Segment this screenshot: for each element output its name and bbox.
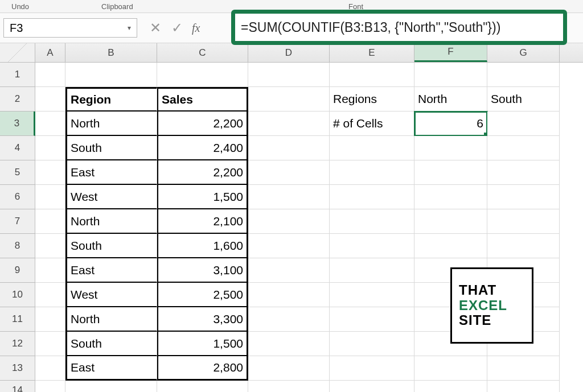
cell-F4[interactable] <box>414 136 487 160</box>
cell-B10[interactable]: West <box>65 283 157 307</box>
cell-A3[interactable] <box>35 112 65 136</box>
cell-F11[interactable] <box>414 307 487 332</box>
cell-E9[interactable] <box>330 258 414 283</box>
cell-A5[interactable] <box>35 160 65 185</box>
cell-A9[interactable] <box>35 258 65 283</box>
cell-F2[interactable]: North <box>414 87 487 112</box>
cell-B14[interactable] <box>65 381 157 392</box>
cell-F8[interactable] <box>414 234 487 258</box>
cell-D2[interactable] <box>248 87 330 112</box>
cell-E1[interactable] <box>330 63 414 87</box>
cell-B3[interactable]: North <box>65 112 157 136</box>
cell-A2[interactable] <box>35 87 65 112</box>
cell-D11[interactable] <box>248 307 330 332</box>
chevron-down-icon[interactable]: ▾ <box>128 24 131 32</box>
row-header-12[interactable]: 12 <box>0 332 35 356</box>
cell-D7[interactable] <box>248 209 330 234</box>
row-header-2[interactable]: 2 <box>0 87 35 112</box>
column-header-B[interactable]: B <box>65 43 157 62</box>
cell-D3[interactable] <box>248 112 330 136</box>
cell-B6[interactable]: West <box>65 185 157 209</box>
cell-D1[interactable] <box>248 63 330 87</box>
cell-C1[interactable] <box>157 63 248 87</box>
cell-G2[interactable]: South <box>487 87 560 112</box>
cell-C7[interactable]: 2,100 <box>157 209 248 234</box>
cancel-icon[interactable]: ✕ <box>150 20 161 36</box>
cell-F3[interactable]: 6 <box>414 112 487 136</box>
cell-A8[interactable] <box>35 234 65 258</box>
cell-A12[interactable] <box>35 332 65 356</box>
cell-A6[interactable] <box>35 185 65 209</box>
name-box[interactable]: F3 ▾ <box>3 18 137 38</box>
cell-E10[interactable] <box>330 283 414 307</box>
cell-E12[interactable] <box>330 332 414 356</box>
cell-G12[interactable] <box>487 332 560 356</box>
cell-D5[interactable] <box>248 160 330 185</box>
row-header-14[interactable]: 14 <box>0 381 35 392</box>
row-header-7[interactable]: 7 <box>0 209 35 234</box>
cell-C13[interactable]: 2,800 <box>157 356 248 381</box>
cell-G13[interactable] <box>487 356 560 381</box>
cell-G8[interactable] <box>487 234 560 258</box>
cell-D14[interactable] <box>248 381 330 392</box>
column-header-G[interactable]: G <box>487 43 560 62</box>
cell-F12[interactable] <box>414 332 487 356</box>
cell-D10[interactable] <box>248 283 330 307</box>
cell-E6[interactable] <box>330 185 414 209</box>
cell-A7[interactable] <box>35 209 65 234</box>
row-header-10[interactable]: 10 <box>0 283 35 307</box>
cell-G11[interactable] <box>487 307 560 332</box>
cell-D8[interactable] <box>248 234 330 258</box>
cell-A14[interactable] <box>35 381 65 392</box>
cell-B13[interactable]: East <box>65 356 157 381</box>
cell-E13[interactable] <box>330 356 414 381</box>
cell-A10[interactable] <box>35 283 65 307</box>
cell-E2[interactable]: Regions <box>330 87 414 112</box>
row-header-13[interactable]: 13 <box>0 356 35 381</box>
cell-F9[interactable] <box>414 258 487 283</box>
cell-A13[interactable] <box>35 356 65 381</box>
enter-icon[interactable]: ✓ <box>171 20 183 36</box>
cell-E4[interactable] <box>330 136 414 160</box>
cell-F5[interactable] <box>414 160 487 185</box>
cell-B7[interactable]: North <box>65 209 157 234</box>
cell-C12[interactable]: 1,500 <box>157 332 248 356</box>
cell-C5[interactable]: 2,200 <box>157 160 248 185</box>
row-header-6[interactable]: 6 <box>0 185 35 209</box>
row-header-3[interactable]: 3 <box>0 112 35 136</box>
cell-G7[interactable] <box>487 209 560 234</box>
cell-G10[interactable] <box>487 283 560 307</box>
cell-B2[interactable]: Region <box>65 87 157 112</box>
column-header-C[interactable]: C <box>157 43 248 62</box>
row-header-4[interactable]: 4 <box>0 136 35 160</box>
cell-E7[interactable] <box>330 209 414 234</box>
cell-C8[interactable]: 1,600 <box>157 234 248 258</box>
row-header-11[interactable]: 11 <box>0 307 35 332</box>
cell-E3[interactable]: # of Cells <box>330 112 414 136</box>
cell-D9[interactable] <box>248 258 330 283</box>
cell-B12[interactable]: South <box>65 332 157 356</box>
formula-bar-input[interactable]: =SUM(COUNTIF(B3:B13, {"North","South"})) <box>241 20 500 35</box>
cell-B11[interactable]: North <box>65 307 157 332</box>
cell-B5[interactable]: East <box>65 160 157 185</box>
row-header-5[interactable]: 5 <box>0 160 35 185</box>
cell-E14[interactable] <box>330 381 414 392</box>
row-header-9[interactable]: 9 <box>0 258 35 283</box>
select-all-triangle[interactable] <box>0 43 35 62</box>
column-header-F[interactable]: F <box>414 43 487 62</box>
cell-C9[interactable]: 3,100 <box>157 258 248 283</box>
cell-F13[interactable] <box>414 356 487 381</box>
cell-G1[interactable] <box>487 63 560 87</box>
cell-E11[interactable] <box>330 307 414 332</box>
cell-C3[interactable]: 2,200 <box>157 112 248 136</box>
cell-B9[interactable]: East <box>65 258 157 283</box>
cell-C4[interactable]: 2,400 <box>157 136 248 160</box>
cell-B4[interactable]: South <box>65 136 157 160</box>
cell-C10[interactable]: 2,500 <box>157 283 248 307</box>
cell-C2[interactable]: Sales <box>157 87 248 112</box>
cell-C14[interactable] <box>157 381 248 392</box>
cell-A11[interactable] <box>35 307 65 332</box>
row-header-8[interactable]: 8 <box>0 234 35 258</box>
cell-A4[interactable] <box>35 136 65 160</box>
cell-D4[interactable] <box>248 136 330 160</box>
